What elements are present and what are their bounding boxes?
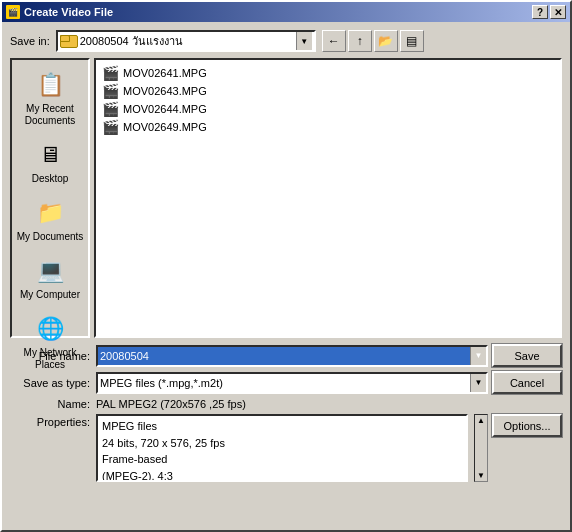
new-folder-button[interactable]: 📂 xyxy=(374,30,398,52)
help-button[interactable]: ? xyxy=(532,5,548,19)
back-button[interactable]: ← xyxy=(322,30,346,52)
filename-label: File name: xyxy=(10,350,90,362)
options-button[interactable]: Options... xyxy=(492,414,562,437)
property-line-0: MPEG files xyxy=(102,418,462,435)
filetype-input[interactable] xyxy=(98,377,470,389)
title-controls: ? ✕ xyxy=(532,5,566,19)
bottom-section: File name: ▼ Save Save as type: xyxy=(10,344,562,482)
file-name-1: MOV02643.MPG xyxy=(123,85,207,97)
filetype-label: Save as type: xyxy=(10,377,90,389)
my-computer-label: My Computer xyxy=(20,289,80,301)
network-places-icon: 🌐 xyxy=(34,313,66,345)
filetype-row: Save as type: ▼ Cancel xyxy=(10,371,562,394)
properties-scrollbar[interactable]: ▲ ▼ xyxy=(474,414,488,482)
desktop-icon: 🖥 xyxy=(34,139,66,171)
file-icon-1: 🎬 xyxy=(102,83,119,99)
file-item-3[interactable]: 🎬 MOV02649.MPG xyxy=(100,118,556,136)
create-video-file-dialog: 🎬 Create Video File ? ✕ Save in: 2008050… xyxy=(0,0,572,532)
nav-desktop[interactable]: 🖥 Desktop xyxy=(13,134,87,190)
property-line-2: Frame-based xyxy=(102,451,462,468)
filename-arrow[interactable]: ▼ xyxy=(470,347,486,365)
file-item-0[interactable]: 🎬 MOV02641.MPG xyxy=(100,64,556,82)
properties-left: Properties: MPEG files 24 bits, 720 x 57… xyxy=(10,414,488,482)
filename-form-row: File name: ▼ xyxy=(10,345,488,367)
filetype-input-wrapper[interactable]: ▼ xyxy=(96,372,488,394)
file-name-3: MOV02649.MPG xyxy=(123,121,207,133)
toolbar-buttons: ← ↑ 📂 ▤ xyxy=(322,30,424,52)
scroll-up[interactable]: ▲ xyxy=(477,416,485,425)
file-icon-0: 🎬 xyxy=(102,65,119,81)
window-title: Create Video File xyxy=(24,6,113,18)
name-form-row: Name: PAL MPEG2 (720x576 ,25 fps) xyxy=(10,398,488,410)
left-panel: 📋 My Recent Documents 🖥 Desktop 📁 My Doc… xyxy=(10,58,90,338)
filetype-arrow[interactable]: ▼ xyxy=(470,374,486,392)
properties-section: Properties: MPEG files 24 bits, 720 x 57… xyxy=(10,414,562,482)
save-in-value: 20080504 วันแรงงาน xyxy=(80,32,296,50)
close-button[interactable]: ✕ xyxy=(550,5,566,19)
recent-documents-icon: 📋 xyxy=(34,69,66,101)
title-bar: 🎬 Create Video File ? ✕ xyxy=(2,2,570,22)
my-documents-label: My Documents xyxy=(17,231,84,243)
nav-my-computer[interactable]: 💻 My Computer xyxy=(13,250,87,306)
filetype-left: Save as type: ▼ xyxy=(10,372,488,394)
name-row: Name: PAL MPEG2 (720x576 ,25 fps) xyxy=(10,398,562,410)
filename-input-wrapper[interactable]: ▼ xyxy=(96,345,488,367)
right-buttons-col: Options... xyxy=(492,414,562,482)
save-button[interactable]: Save xyxy=(492,344,562,367)
file-item-1[interactable]: 🎬 MOV02643.MPG xyxy=(100,82,556,100)
title-bar-left: 🎬 Create Video File xyxy=(6,5,113,19)
filename-input[interactable] xyxy=(98,350,470,362)
desktop-label: Desktop xyxy=(32,173,69,185)
file-icon-2: 🎬 xyxy=(102,101,119,117)
file-list[interactable]: 🎬 MOV02641.MPG 🎬 MOV02643.MPG 🎬 MOV02644… xyxy=(94,58,562,338)
views-button[interactable]: ▤ xyxy=(400,30,424,52)
cancel-button[interactable]: Cancel xyxy=(492,371,562,394)
nav-recent-documents[interactable]: 📋 My Recent Documents xyxy=(13,64,87,132)
save-in-label: Save in: xyxy=(10,35,50,47)
scroll-down[interactable]: ▼ xyxy=(477,471,485,480)
save-in-row: Save in: 20080504 วันแรงงาน ▼ ← ↑ 📂 ▤ xyxy=(10,30,562,52)
filename-left: File name: ▼ xyxy=(10,345,488,367)
filename-row: File name: ▼ Save xyxy=(10,344,562,367)
filetype-form-row: Save as type: ▼ xyxy=(10,372,488,394)
folder-icon xyxy=(60,35,76,48)
my-documents-icon: 📁 xyxy=(34,197,66,229)
name-left: Name: PAL MPEG2 (720x576 ,25 fps) xyxy=(10,398,488,410)
name-value: PAL MPEG2 (720x576 ,25 fps) xyxy=(96,398,246,410)
file-item-2[interactable]: 🎬 MOV02644.MPG xyxy=(100,100,556,118)
name-label: Name: xyxy=(10,398,90,410)
properties-box: MPEG files 24 bits, 720 x 576, 25 fps Fr… xyxy=(96,414,468,482)
main-area: 📋 My Recent Documents 🖥 Desktop 📁 My Doc… xyxy=(10,58,562,338)
property-line-1: 24 bits, 720 x 576, 25 fps xyxy=(102,435,462,452)
file-icon-3: 🎬 xyxy=(102,119,119,135)
nav-my-documents[interactable]: 📁 My Documents xyxy=(13,192,87,248)
properties-label: Properties: xyxy=(10,414,90,428)
save-in-combo[interactable]: 20080504 วันแรงงาน ▼ xyxy=(56,30,316,52)
save-in-dropdown: 20080504 วันแรงงาน ▼ xyxy=(56,30,316,52)
window-icon: 🎬 xyxy=(6,5,20,19)
file-name-0: MOV02641.MPG xyxy=(123,67,207,79)
property-line-3: (MPEG-2), 4:3 xyxy=(102,468,462,483)
file-name-2: MOV02644.MPG xyxy=(123,103,207,115)
save-in-arrow[interactable]: ▼ xyxy=(296,32,312,50)
my-computer-icon: 💻 xyxy=(34,255,66,287)
up-button[interactable]: ↑ xyxy=(348,30,372,52)
dialog-content: Save in: 20080504 วันแรงงาน ▼ ← ↑ 📂 ▤ xyxy=(2,22,570,490)
recent-documents-label: My Recent Documents xyxy=(16,103,84,127)
properties-row-wrapper: Properties: MPEG files 24 bits, 720 x 57… xyxy=(10,414,488,482)
